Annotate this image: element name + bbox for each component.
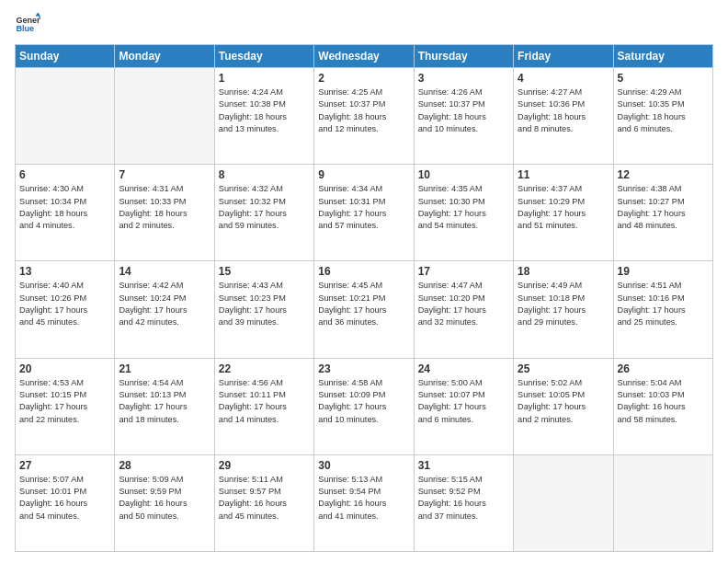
calendar-header-monday: Monday [115, 45, 214, 68]
calendar-cell: 8Sunrise: 4:32 AM Sunset: 10:32 PM Dayli… [214, 165, 313, 261]
day-detail: Sunrise: 4:31 AM Sunset: 10:33 PM Daylig… [119, 183, 210, 232]
day-detail: Sunrise: 4:26 AM Sunset: 10:37 PM Daylig… [418, 86, 509, 135]
calendar-cell: 29Sunrise: 5:11 AM Sunset: 9:57 PM Dayli… [214, 454, 313, 551]
day-number: 11 [518, 168, 609, 181]
calendar-cell [115, 68, 214, 165]
calendar-header-row: SundayMondayTuesdayWednesdayThursdayFrid… [16, 45, 713, 68]
calendar-cell: 27Sunrise: 5:07 AM Sunset: 10:01 PM Dayl… [16, 454, 115, 551]
day-number: 22 [219, 362, 310, 375]
day-detail: Sunrise: 4:30 AM Sunset: 10:34 PM Daylig… [19, 183, 110, 232]
calendar-cell: 28Sunrise: 5:09 AM Sunset: 9:59 PM Dayli… [115, 454, 214, 551]
calendar-header-tuesday: Tuesday [214, 45, 313, 68]
calendar-cell: 23Sunrise: 4:58 AM Sunset: 10:09 PM Dayl… [314, 358, 414, 454]
calendar-cell [16, 68, 115, 165]
calendar-header-wednesday: Wednesday [314, 45, 414, 68]
calendar-body: 1Sunrise: 4:24 AM Sunset: 10:38 PM Dayli… [16, 68, 713, 552]
day-number: 23 [318, 362, 409, 375]
calendar-cell: 2Sunrise: 4:25 AM Sunset: 10:37 PM Dayli… [314, 68, 414, 165]
day-number: 9 [318, 168, 409, 181]
calendar-cell: 14Sunrise: 4:42 AM Sunset: 10:24 PM Dayl… [115, 261, 214, 358]
day-number: 3 [418, 72, 509, 85]
day-detail: Sunrise: 4:51 AM Sunset: 10:16 PM Daylig… [618, 280, 709, 328]
day-detail: Sunrise: 5:04 AM Sunset: 10:03 PM Daylig… [618, 377, 709, 426]
day-detail: Sunrise: 4:37 AM Sunset: 10:29 PM Daylig… [518, 183, 609, 232]
calendar-header-sunday: Sunday [16, 45, 115, 68]
day-number: 30 [318, 459, 409, 472]
calendar-cell: 21Sunrise: 4:54 AM Sunset: 10:13 PM Dayl… [115, 358, 214, 454]
day-detail: Sunrise: 5:09 AM Sunset: 9:59 PM Dayligh… [119, 474, 210, 523]
calendar-cell: 13Sunrise: 4:40 AM Sunset: 10:26 PM Dayl… [16, 261, 115, 358]
calendar-cell: 12Sunrise: 4:38 AM Sunset: 10:27 PM Dayl… [613, 165, 712, 261]
day-number: 27 [19, 459, 110, 472]
day-detail: Sunrise: 4:47 AM Sunset: 10:20 PM Daylig… [418, 280, 509, 328]
day-number: 20 [19, 362, 110, 375]
day-detail: Sunrise: 5:07 AM Sunset: 10:01 PM Daylig… [19, 474, 110, 523]
day-detail: Sunrise: 4:35 AM Sunset: 10:30 PM Daylig… [418, 183, 509, 232]
day-detail: Sunrise: 4:56 AM Sunset: 10:11 PM Daylig… [219, 377, 310, 426]
day-number: 6 [19, 168, 110, 181]
calendar-cell [613, 454, 712, 551]
calendar-cell: 26Sunrise: 5:04 AM Sunset: 10:03 PM Dayl… [613, 358, 712, 454]
day-detail: Sunrise: 4:49 AM Sunset: 10:18 PM Daylig… [518, 280, 609, 328]
day-number: 7 [119, 168, 210, 181]
day-number: 2 [318, 72, 409, 85]
day-detail: Sunrise: 4:38 AM Sunset: 10:27 PM Daylig… [618, 183, 709, 232]
calendar-header-thursday: Thursday [414, 45, 513, 68]
day-detail: Sunrise: 4:54 AM Sunset: 10:13 PM Daylig… [119, 377, 210, 426]
calendar-week-5: 27Sunrise: 5:07 AM Sunset: 10:01 PM Dayl… [16, 454, 713, 551]
day-number: 13 [19, 265, 110, 278]
day-detail: Sunrise: 5:15 AM Sunset: 9:52 PM Dayligh… [418, 474, 509, 523]
day-detail: Sunrise: 4:53 AM Sunset: 10:15 PM Daylig… [19, 377, 110, 426]
day-number: 1 [219, 72, 310, 85]
day-number: 15 [219, 265, 310, 278]
calendar-week-4: 20Sunrise: 4:53 AM Sunset: 10:15 PM Dayl… [16, 358, 713, 454]
day-number: 19 [618, 265, 709, 278]
day-number: 16 [318, 265, 409, 278]
logo: General Blue [15, 11, 40, 37]
day-number: 28 [119, 459, 210, 472]
calendar-cell: 25Sunrise: 5:02 AM Sunset: 10:05 PM Dayl… [514, 358, 613, 454]
calendar-cell: 3Sunrise: 4:26 AM Sunset: 10:37 PM Dayli… [414, 68, 513, 165]
calendar-cell: 20Sunrise: 4:53 AM Sunset: 10:15 PM Dayl… [16, 358, 115, 454]
day-detail: Sunrise: 4:43 AM Sunset: 10:23 PM Daylig… [219, 280, 310, 328]
day-detail: Sunrise: 4:24 AM Sunset: 10:38 PM Daylig… [219, 86, 310, 135]
day-number: 29 [219, 459, 310, 472]
calendar-cell: 24Sunrise: 5:00 AM Sunset: 10:07 PM Dayl… [414, 358, 513, 454]
day-number: 8 [219, 168, 310, 181]
day-number: 5 [618, 72, 709, 85]
calendar-cell: 17Sunrise: 4:47 AM Sunset: 10:20 PM Dayl… [414, 261, 513, 358]
day-detail: Sunrise: 4:42 AM Sunset: 10:24 PM Daylig… [119, 280, 210, 328]
day-detail: Sunrise: 5:11 AM Sunset: 9:57 PM Dayligh… [219, 474, 310, 523]
day-number: 18 [518, 265, 609, 278]
calendar-cell: 11Sunrise: 4:37 AM Sunset: 10:29 PM Dayl… [514, 165, 613, 261]
day-number: 26 [618, 362, 709, 375]
calendar-cell: 6Sunrise: 4:30 AM Sunset: 10:34 PM Dayli… [16, 165, 115, 261]
logo-icon: General Blue [15, 11, 40, 37]
day-number: 10 [418, 168, 509, 181]
day-detail: Sunrise: 5:02 AM Sunset: 10:05 PM Daylig… [518, 377, 609, 426]
calendar-header-friday: Friday [514, 45, 613, 68]
calendar-cell: 4Sunrise: 4:27 AM Sunset: 10:36 PM Dayli… [514, 68, 613, 165]
day-detail: Sunrise: 4:25 AM Sunset: 10:37 PM Daylig… [318, 86, 409, 135]
page-header: General Blue [15, 11, 713, 37]
calendar-week-3: 13Sunrise: 4:40 AM Sunset: 10:26 PM Dayl… [16, 261, 713, 358]
calendar-cell: 18Sunrise: 4:49 AM Sunset: 10:18 PM Dayl… [514, 261, 613, 358]
day-number: 17 [418, 265, 509, 278]
calendar-cell: 1Sunrise: 4:24 AM Sunset: 10:38 PM Dayli… [214, 68, 313, 165]
calendar-cell: 16Sunrise: 4:45 AM Sunset: 10:21 PM Dayl… [314, 261, 414, 358]
calendar-cell: 31Sunrise: 5:15 AM Sunset: 9:52 PM Dayli… [414, 454, 513, 551]
calendar-week-1: 1Sunrise: 4:24 AM Sunset: 10:38 PM Dayli… [16, 68, 713, 165]
day-number: 21 [119, 362, 210, 375]
svg-marker-2 [35, 12, 40, 16]
svg-text:General: General [16, 16, 40, 25]
calendar-cell: 22Sunrise: 4:56 AM Sunset: 10:11 PM Dayl… [214, 358, 313, 454]
calendar-table: SundayMondayTuesdayWednesdayThursdayFrid… [15, 44, 713, 552]
calendar-cell: 10Sunrise: 4:35 AM Sunset: 10:30 PM Dayl… [414, 165, 513, 261]
svg-text:Blue: Blue [16, 24, 34, 33]
calendar-cell [514, 454, 613, 551]
day-detail: Sunrise: 5:13 AM Sunset: 9:54 PM Dayligh… [318, 474, 409, 523]
day-detail: Sunrise: 4:40 AM Sunset: 10:26 PM Daylig… [19, 280, 110, 328]
calendar-header-saturday: Saturday [613, 45, 712, 68]
calendar-cell: 5Sunrise: 4:29 AM Sunset: 10:35 PM Dayli… [613, 68, 712, 165]
day-number: 12 [618, 168, 709, 181]
